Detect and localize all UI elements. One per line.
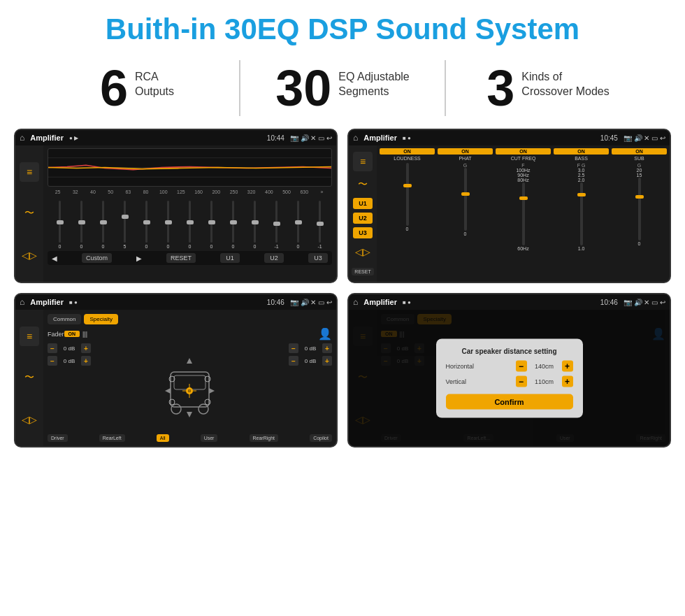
eq-slider-11[interactable]: -1 bbox=[266, 201, 287, 249]
screen-fader: ⌂ Amplifier ■ ● 10:46 📷 🔊 ✕ ▭ ↩ ≡ 〜 ◁▷ C… bbox=[14, 293, 338, 447]
eq-slider-3[interactable]: 0 bbox=[92, 201, 114, 249]
wave-icon-2[interactable]: 〜 bbox=[353, 175, 373, 194]
horizontal-plus[interactable]: + bbox=[562, 360, 573, 371]
loudness-on[interactable]: ON bbox=[380, 148, 435, 155]
time-fader: 10:46 bbox=[267, 299, 284, 306]
fader-on-btn[interactable]: ON bbox=[64, 331, 80, 337]
next-arrow[interactable]: ▶ bbox=[136, 255, 142, 262]
eq-content: ≡ 〜 ◁▷ bbox=[15, 145, 336, 282]
pos-driver[interactable]: Driver bbox=[48, 434, 68, 442]
bass-slider[interactable] bbox=[580, 182, 583, 245]
eq-slider-1[interactable]: 0 bbox=[49, 201, 71, 249]
horizontal-value: 140cm bbox=[530, 362, 559, 369]
eq-slider-12[interactable]: 0 bbox=[287, 201, 309, 249]
eq-track-8 bbox=[210, 201, 212, 243]
stats-row: 6 RCAOutputs 30 EQ AdjustableSegments 3 … bbox=[0, 53, 685, 123]
u3-btn[interactable]: U3 bbox=[308, 253, 328, 263]
cutfreq-slider[interactable] bbox=[522, 182, 525, 245]
status-bar-fader: ⌂ Amplifier ■ ● 10:46 📷 🔊 ✕ ▭ ↩ bbox=[15, 294, 336, 310]
freq-320: 320 bbox=[243, 189, 260, 194]
u1-section[interactable]: U1 bbox=[353, 198, 373, 209]
pos-rearright[interactable]: RearRight bbox=[250, 434, 279, 442]
app-title-fader: Amplifier bbox=[30, 298, 64, 306]
phat-on[interactable]: ON bbox=[438, 148, 493, 155]
eq-sidebar: ≡ 〜 ◁▷ bbox=[15, 145, 43, 282]
sub-value: 0 bbox=[638, 241, 641, 246]
stat-rca: 6 RCAOutputs bbox=[42, 63, 232, 113]
prev-arrow[interactable]: ◀ bbox=[52, 255, 57, 262]
volume-icon[interactable]: ◁▷ bbox=[20, 245, 39, 265]
plus-btn-1[interactable]: + bbox=[81, 343, 91, 353]
eq-track-3 bbox=[102, 201, 104, 243]
ch-phat: ON PHAT G 0 bbox=[438, 148, 493, 279]
eq-slider-8[interactable]: 0 bbox=[201, 201, 222, 249]
minus-btn-4[interactable]: − bbox=[289, 356, 298, 366]
plus-btn-3[interactable]: + bbox=[322, 343, 332, 353]
eq-val-12: 0 bbox=[297, 244, 300, 249]
stat-crossover: 3 Kinds ofCrossover Modes bbox=[453, 63, 643, 113]
plus-btn-4[interactable]: + bbox=[322, 356, 332, 366]
freq-200: 200 bbox=[208, 189, 225, 194]
u1-btn[interactable]: U1 bbox=[220, 253, 240, 263]
eq-slider-9[interactable]: 0 bbox=[222, 201, 244, 249]
eq-thumb-5 bbox=[143, 220, 150, 224]
reset-btn[interactable]: RESET bbox=[166, 253, 196, 263]
vol-icon-2[interactable]: ◁▷ bbox=[353, 242, 373, 262]
loudness-thumb bbox=[403, 184, 412, 187]
freq-630: 630 bbox=[296, 189, 313, 194]
db-value-2: 0 dB bbox=[59, 358, 79, 364]
phat-slider[interactable] bbox=[464, 168, 467, 231]
eq-track-2 bbox=[80, 201, 82, 243]
sub-slider[interactable] bbox=[638, 178, 641, 241]
stat-number-eq: 30 bbox=[275, 63, 331, 113]
minus-btn-3[interactable]: − bbox=[289, 343, 298, 353]
pos-copilot[interactable]: Copilot bbox=[310, 434, 332, 442]
eq-slider-6[interactable]: 0 bbox=[157, 201, 179, 249]
eq-icon-2[interactable]: ≡ bbox=[353, 152, 373, 171]
u2-btn[interactable]: U2 bbox=[264, 253, 284, 263]
eq-slider-13[interactable]: -1 bbox=[309, 201, 331, 249]
loudness-slider[interactable] bbox=[406, 163, 409, 226]
eq-slider-7[interactable]: 0 bbox=[179, 201, 201, 249]
cutfreq-on[interactable]: ON bbox=[496, 148, 551, 155]
eq-track-13 bbox=[319, 201, 321, 243]
wave-icon-3[interactable]: 〜 bbox=[20, 368, 39, 387]
crossover-reset[interactable]: RESET bbox=[352, 268, 373, 275]
u3-section[interactable]: U3 bbox=[353, 227, 373, 238]
vertical-minus[interactable]: − bbox=[516, 375, 527, 387]
minus-btn-1[interactable]: − bbox=[48, 343, 57, 353]
u2-section[interactable]: U2 bbox=[353, 213, 373, 224]
stat-label-rca: RCAOutputs bbox=[135, 63, 174, 99]
bass-on[interactable]: ON bbox=[554, 148, 609, 155]
preset-custom[interactable]: Custom bbox=[82, 253, 112, 263]
pos-all[interactable]: All bbox=[157, 434, 169, 442]
tab-specialty[interactable]: Specialty bbox=[84, 314, 117, 324]
eq-val-2: 0 bbox=[80, 244, 83, 249]
eq-val-3: 0 bbox=[102, 244, 105, 249]
dialog-vertical-label: Vertical bbox=[446, 378, 467, 385]
wave-icon[interactable]: 〜 bbox=[20, 203, 39, 223]
eq-icon[interactable]: ≡ bbox=[20, 162, 39, 182]
eq-slider-10[interactable]: 0 bbox=[244, 201, 266, 249]
dialog-box[interactable]: Car speaker distance setting Horizontal … bbox=[436, 338, 583, 417]
pos-rearleft[interactable]: RearLeft bbox=[99, 434, 125, 442]
pos-user[interactable]: User bbox=[201, 434, 218, 442]
home-icon-crossover: ⌂ bbox=[353, 133, 358, 143]
horizontal-minus[interactable]: − bbox=[516, 360, 527, 371]
eq-icon-3[interactable]: ≡ bbox=[20, 327, 39, 346]
vol-icon-3[interactable]: ◁▷ bbox=[20, 410, 39, 429]
confirm-button[interactable]: Confirm bbox=[446, 394, 573, 409]
plus-btn-2[interactable]: + bbox=[81, 356, 91, 366]
sub-on[interactable]: ON bbox=[612, 148, 667, 155]
minus-btn-2[interactable]: − bbox=[48, 356, 57, 366]
eq-slider-4[interactable]: 5 bbox=[114, 201, 136, 249]
screen-dialog: ⌂ Amplifier ■ ● 10:46 📷 🔊 ✕ ▭ ↩ ≡ 〜 ◁▷ C… bbox=[347, 293, 671, 447]
home-icon-eq: ⌂ bbox=[20, 133, 24, 143]
eq-slider-5[interactable]: 0 bbox=[136, 201, 157, 249]
vertical-plus[interactable]: + bbox=[562, 375, 573, 387]
eq-slider-2[interactable]: 0 bbox=[71, 201, 92, 249]
eq-track-12 bbox=[297, 201, 299, 243]
car-diagram bbox=[95, 343, 284, 431]
bass-thumb bbox=[577, 193, 586, 196]
tab-common[interactable]: Common bbox=[48, 314, 81, 324]
